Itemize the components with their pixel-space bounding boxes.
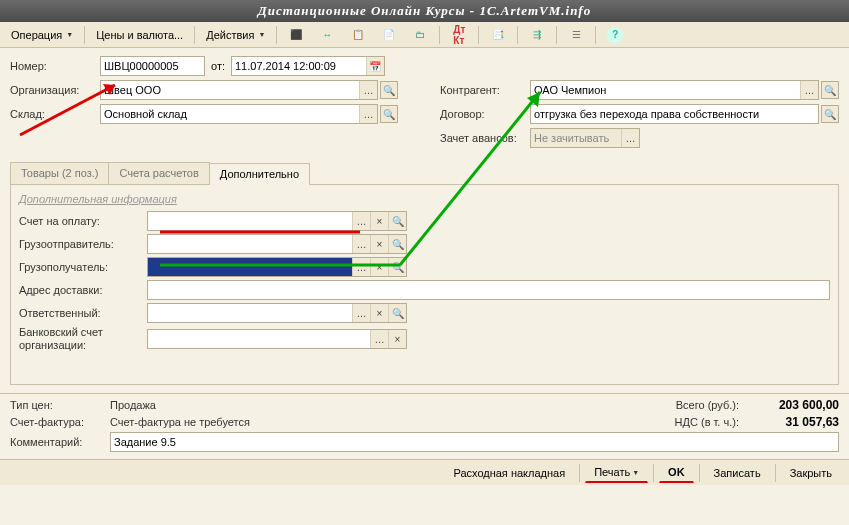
org-field[interactable]: …	[100, 80, 378, 100]
toolbar-icon-9[interactable]: ☰	[561, 25, 591, 45]
toolbar-icon-5[interactable]: 🗀	[405, 25, 435, 45]
org-input[interactable]	[101, 81, 359, 99]
ellipsis-icon[interactable]: …	[370, 330, 388, 348]
chevron-down-icon: ▼	[632, 469, 639, 476]
invoice-input[interactable]	[148, 212, 352, 230]
section-title: Дополнительная информация	[19, 193, 830, 205]
separator	[699, 464, 700, 482]
clear-icon[interactable]: ×	[388, 330, 406, 348]
tab-additional[interactable]: Дополнительно	[209, 163, 310, 185]
operation-label: Операция	[11, 29, 62, 41]
toolbar: Операция▼ Цены и валюта... Действия▼ ⬛ ↔…	[0, 22, 849, 48]
warehouse-input[interactable]	[101, 105, 359, 123]
contragent-input[interactable]	[531, 81, 800, 99]
separator	[579, 464, 580, 482]
toolbar-icon-7[interactable]: 📑	[483, 25, 513, 45]
clear-icon[interactable]: ×	[370, 304, 388, 322]
save-button[interactable]: Записать	[705, 463, 770, 483]
waybill-button[interactable]: Расходная накладная	[444, 463, 574, 483]
price-type: Продажа	[110, 399, 156, 411]
contract-field[interactable]	[530, 104, 819, 124]
date-input[interactable]	[232, 57, 366, 75]
clear-icon[interactable]: ×	[370, 258, 388, 276]
tab-accounts[interactable]: Счета расчетов	[108, 162, 209, 184]
operation-menu[interactable]: Операция▼	[4, 25, 80, 45]
actions-menu[interactable]: Действия▼	[199, 25, 272, 45]
org-search-icon[interactable]: 🔍	[380, 81, 398, 99]
ellipsis-icon[interactable]: …	[800, 81, 818, 99]
toolbar-icon-8[interactable]: ⇶	[522, 25, 552, 45]
contragent-search-icon[interactable]: 🔍	[821, 81, 839, 99]
number-field[interactable]	[100, 56, 205, 76]
ellipsis-icon[interactable]: …	[621, 129, 639, 147]
separator	[775, 464, 776, 482]
calendar-icon[interactable]: 📅	[366, 57, 384, 75]
contract-search-icon[interactable]: 🔍	[821, 105, 839, 123]
ok-button[interactable]: OK	[659, 463, 694, 483]
separator	[478, 26, 479, 44]
chevron-down-icon: ▼	[258, 31, 265, 38]
ellipsis-icon[interactable]: …	[352, 304, 370, 322]
search-icon[interactable]: 🔍	[388, 304, 406, 322]
ellipsis-icon[interactable]: …	[352, 212, 370, 230]
org-label: Организация:	[10, 84, 100, 96]
bankacct-field[interactable]: …×	[147, 329, 407, 349]
total-label: Всего (руб.):	[676, 399, 739, 411]
ellipsis-icon[interactable]: …	[352, 258, 370, 276]
advance-input	[531, 129, 621, 147]
responsible-field[interactable]: …×🔍	[147, 303, 407, 323]
close-button[interactable]: Закрыть	[781, 463, 841, 483]
consignee-field[interactable]: …×🔍	[147, 257, 407, 277]
toolbar-icon-1[interactable]: ⬛	[281, 25, 311, 45]
toolbar-icon-6[interactable]: ДтКт	[444, 25, 474, 45]
separator	[595, 26, 596, 44]
separator	[194, 26, 195, 44]
address-label: Адрес доставки:	[19, 284, 147, 296]
footer: Тип цен: Продажа Всего (руб.): 203 600,0…	[0, 393, 849, 459]
shipper-input[interactable]	[148, 235, 352, 253]
address-field[interactable]	[147, 280, 830, 300]
search-icon[interactable]: 🔍	[388, 258, 406, 276]
comment-input[interactable]	[111, 433, 838, 451]
number-input[interactable]	[101, 57, 204, 75]
actions-label: Действия	[206, 29, 254, 41]
clear-icon[interactable]: ×	[370, 235, 388, 253]
tab-goods[interactable]: Товары (2 поз.)	[10, 162, 109, 184]
advance-field[interactable]: …	[530, 128, 640, 148]
toolbar-icon-4[interactable]: 📄	[374, 25, 404, 45]
separator	[84, 26, 85, 44]
bankacct-input[interactable]	[148, 330, 370, 348]
address-input[interactable]	[148, 281, 829, 299]
separator	[653, 464, 654, 482]
date-field[interactable]: 📅	[231, 56, 385, 76]
contragent-field[interactable]: …	[530, 80, 819, 100]
clear-icon[interactable]: ×	[370, 212, 388, 230]
separator	[439, 26, 440, 44]
comment-field[interactable]	[110, 432, 839, 452]
ellipsis-icon[interactable]: …	[352, 235, 370, 253]
print-button[interactable]: Печать▼	[585, 463, 648, 483]
contragent-label: Контрагент:	[440, 84, 530, 96]
toolbar-icon-3[interactable]: 📋	[343, 25, 373, 45]
help-icon[interactable]: ?	[600, 25, 630, 45]
search-icon[interactable]: 🔍	[388, 235, 406, 253]
number-label: Номер:	[10, 60, 100, 72]
consignee-input[interactable]	[148, 258, 352, 276]
invoice-label: Счет на оплату:	[19, 215, 147, 227]
chevron-down-icon: ▼	[66, 31, 73, 38]
toolbar-icon-2[interactable]: ↔	[312, 25, 342, 45]
warehouse-search-icon[interactable]: 🔍	[380, 105, 398, 123]
warehouse-field[interactable]: …	[100, 104, 378, 124]
invoice: Счет-фактура не требуется	[110, 416, 250, 428]
search-icon[interactable]: 🔍	[388, 212, 406, 230]
ellipsis-icon[interactable]: …	[359, 81, 377, 99]
shipper-field[interactable]: …×🔍	[147, 234, 407, 254]
responsible-input[interactable]	[148, 304, 352, 322]
tabs: Товары (2 поз.) Счета расчетов Дополните…	[10, 162, 839, 185]
prices-currency-button[interactable]: Цены и валюта...	[89, 25, 190, 45]
ellipsis-icon[interactable]: …	[359, 105, 377, 123]
tab-panel-additional: Дополнительная информация Счет на оплату…	[10, 185, 839, 385]
contract-input[interactable]	[531, 105, 818, 123]
invoice-field[interactable]: …×🔍	[147, 211, 407, 231]
window-title: Дистанционные Онлайн Курсы - 1C.ArtemVM.…	[0, 0, 849, 22]
